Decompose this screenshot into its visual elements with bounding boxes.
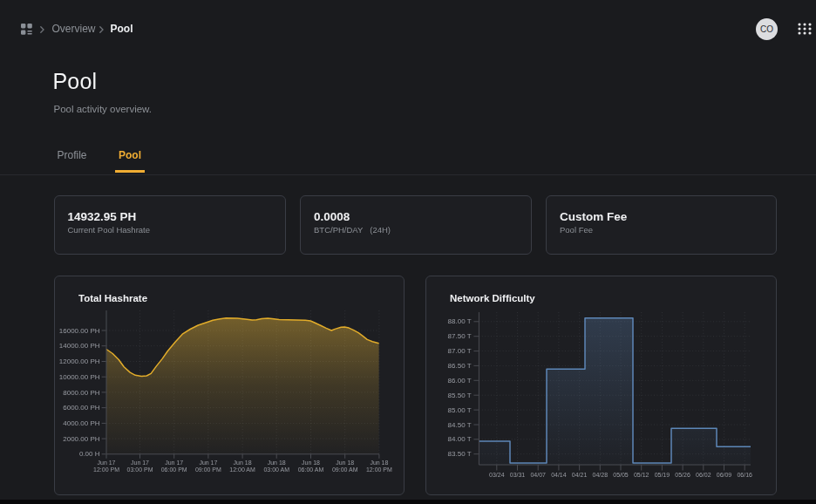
svg-text:06/16: 06/16 <box>737 472 752 478</box>
svg-text:03:00 PM: 03:00 PM <box>126 467 153 473</box>
svg-text:84.00 T: 84.00 T <box>448 435 472 443</box>
svg-text:05/05: 05/05 <box>613 472 629 478</box>
svg-text:12000.00 PH: 12000.00 PH <box>58 358 99 365</box>
svg-text:04/14: 04/14 <box>551 472 567 478</box>
svg-text:09:00 PM: 09:00 PM <box>194 467 221 473</box>
svg-text:8000.00 PH: 8000.00 PH <box>63 389 99 397</box>
svg-text:06/09: 06/09 <box>717 472 732 478</box>
svg-text:87.00 T: 87.00 T <box>448 347 472 355</box>
svg-text:05/26: 05/26 <box>675 472 690 478</box>
svg-text:6000.00 PH: 6000.00 PH <box>63 404 99 412</box>
svg-text:06:00 PM: 06:00 PM <box>160 467 187 473</box>
svg-text:10000.00 PH: 10000.00 PH <box>58 373 99 381</box>
svg-text:03:00 AM: 03:00 AM <box>263 467 289 473</box>
svg-text:12:00 PM: 12:00 PM <box>365 467 391 473</box>
svg-text:Jun 18: Jun 18 <box>301 460 319 466</box>
svg-text:87.50 T: 87.50 T <box>448 332 472 340</box>
svg-text:04/21: 04/21 <box>572 472 588 478</box>
svg-text:Jun 18: Jun 18 <box>336 460 354 466</box>
svg-text:12:00 PM: 12:00 PM <box>93 467 119 473</box>
svg-text:03/31: 03/31 <box>510 472 526 478</box>
svg-text:86.50 T: 86.50 T <box>448 362 472 370</box>
svg-text:84.50 T: 84.50 T <box>448 421 472 429</box>
svg-text:Jun 17: Jun 17 <box>97 460 115 466</box>
svg-text:06/02: 06/02 <box>696 472 711 478</box>
svg-text:04/07: 04/07 <box>530 472 546 478</box>
svg-text:05/19: 05/19 <box>655 472 670 478</box>
svg-text:16000.00 PH: 16000.00 PH <box>58 327 99 335</box>
svg-text:83.50 T: 83.50 T <box>448 450 472 458</box>
svg-text:85.00 T: 85.00 T <box>448 406 472 414</box>
svg-text:88.00 T: 88.00 T <box>448 317 472 325</box>
svg-text:09:00 AM: 09:00 AM <box>331 467 357 473</box>
svg-text:86.00 T: 86.00 T <box>448 377 472 385</box>
svg-text:Jun 17: Jun 17 <box>165 460 183 466</box>
svg-text:85.50 T: 85.50 T <box>448 392 472 399</box>
svg-text:14000.00 PH: 14000.00 PH <box>58 342 99 350</box>
svg-text:06:00 AM: 06:00 AM <box>297 467 323 473</box>
svg-text:03/24: 03/24 <box>489 472 505 478</box>
svg-text:Jun 17: Jun 17 <box>130 460 148 466</box>
svg-text:04/28: 04/28 <box>593 472 609 478</box>
svg-text:0.00 H: 0.00 H <box>78 450 99 458</box>
svg-text:Jun 18: Jun 18 <box>370 460 388 466</box>
svg-text:Jun 18: Jun 18 <box>267 460 285 466</box>
svg-text:4000.00 PH: 4000.00 PH <box>63 419 99 427</box>
svg-text:05/12: 05/12 <box>634 472 649 478</box>
svg-text:12:00 AM: 12:00 AM <box>229 467 255 473</box>
svg-text:2000.00 PH: 2000.00 PH <box>63 435 99 443</box>
svg-text:Jun 17: Jun 17 <box>199 460 217 466</box>
svg-text:Jun 18: Jun 18 <box>233 460 251 466</box>
